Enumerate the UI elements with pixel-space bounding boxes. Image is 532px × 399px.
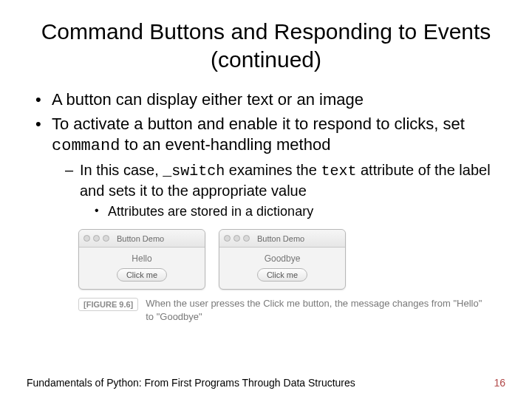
- bullet-list: A button can display either text or an i…: [27, 89, 505, 220]
- subsub-bullet-item: Attributes are stored in a dictionary: [95, 203, 505, 220]
- window-titlebar: Button Demo: [79, 230, 205, 248]
- code-token: text: [321, 163, 356, 180]
- window-titlebar: Button Demo: [219, 230, 345, 248]
- bullet-item: A button can display either text or an i…: [35, 89, 505, 111]
- code-token: command: [52, 137, 120, 155]
- bullet-text: A button can display either text or an i…: [52, 90, 364, 109]
- bullet-text: to an event-handling method: [120, 135, 330, 154]
- traffic-light-icon: [83, 235, 90, 242]
- clickme-button[interactable]: Click me: [257, 268, 307, 282]
- traffic-light-icon: [103, 235, 109, 242]
- demo-label: Goodbye: [265, 253, 301, 264]
- clickme-button[interactable]: Click me: [117, 268, 167, 282]
- demo-window-right: Button Demo Goodbye Click me: [219, 229, 346, 290]
- bullet-text: In this case,: [80, 162, 163, 178]
- footer-text: Fundamentals of Python: From First Progr…: [27, 377, 355, 389]
- slide-title: Command Buttons and Responding to Events…: [27, 18, 505, 73]
- demo-label: Hello: [132, 253, 151, 264]
- sub-bullet-item: In this case, _switch examines the text …: [65, 160, 505, 220]
- code-token: _switch: [163, 163, 225, 180]
- bullet-text: examines the: [225, 162, 321, 178]
- traffic-light-icon: [243, 235, 250, 242]
- window-title: Button Demo: [117, 234, 164, 243]
- traffic-light-icon: [233, 235, 240, 242]
- figure-badge: [FIGURE 9.6]: [78, 298, 138, 311]
- page-number: 16: [494, 377, 505, 389]
- traffic-light-icon: [224, 235, 231, 242]
- figure-caption: [FIGURE 9.6] When the user presses the C…: [78, 297, 492, 323]
- traffic-light-icon: [93, 235, 100, 242]
- demo-window-left: Button Demo Hello Click me: [78, 229, 205, 290]
- bullet-item: To activate a button and enable it to re…: [35, 114, 505, 221]
- figure-caption-text: When the user presses the Click me butto…: [146, 297, 492, 323]
- bullet-text: Attributes are stored in a dictionary: [108, 204, 313, 219]
- figure: Button Demo Hello Click me Button Demo G…: [78, 229, 505, 323]
- bullet-text: To activate a button and enable it to re…: [52, 115, 465, 133]
- window-title: Button Demo: [257, 234, 304, 243]
